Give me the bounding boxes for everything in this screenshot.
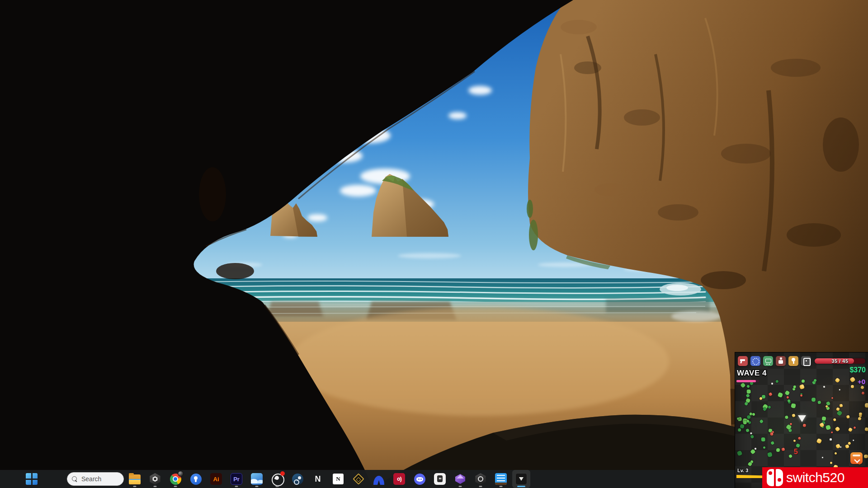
illustrator-icon[interactable]: Ai <box>207 470 225 488</box>
money-counter: $370 <box>849 366 866 374</box>
green-enemy <box>818 401 821 404</box>
running-indicator <box>174 486 177 487</box>
running-indicator <box>133 486 137 487</box>
red-enemy <box>853 426 856 429</box>
notification-badge <box>280 471 285 476</box>
gold-enemy <box>830 461 833 465</box>
white-enemy <box>839 389 840 390</box>
gold-enemy <box>816 438 822 444</box>
gold-enemy <box>858 417 862 420</box>
character-button[interactable] <box>776 356 786 366</box>
green-enemy <box>775 380 779 383</box>
gold-enemy <box>835 426 841 432</box>
white-enemy <box>755 448 756 450</box>
chest-drop-button[interactable] <box>850 452 863 464</box>
pinned-apps: AiPrNNo) <box>126 470 530 488</box>
game-window-icon[interactable] <box>512 470 530 488</box>
running-indicator <box>479 486 482 487</box>
premiere-icon: Pr <box>231 473 242 485</box>
search-box[interactable]: Search <box>67 472 124 486</box>
red-enemy <box>781 447 785 451</box>
wave-progress-fill <box>736 380 756 382</box>
switch-joycon-icon <box>767 469 783 486</box>
steam-icon[interactable] <box>288 470 307 488</box>
gold-enemy <box>793 440 796 442</box>
white-enemy <box>822 456 823 458</box>
red-enemy <box>797 436 801 440</box>
nordvpn-icon[interactable] <box>370 470 388 488</box>
red-enemy <box>770 432 774 436</box>
green-enemy <box>822 417 826 421</box>
lamp-button[interactable] <box>788 356 798 366</box>
gold-diamond-app-icon <box>353 473 364 484</box>
gold-enemy <box>848 427 853 432</box>
gold-enemy <box>835 377 840 383</box>
green-enemy <box>788 454 793 459</box>
game-window-icon <box>515 473 527 485</box>
gold-enemy <box>865 403 868 408</box>
file-explorer-icon[interactable] <box>126 470 144 488</box>
green-enemy <box>793 385 796 388</box>
notes-app-icon[interactable] <box>492 470 510 488</box>
green-enemy <box>750 435 755 439</box>
illustrator-icon: Ai <box>210 473 222 485</box>
keep-notes-icon[interactable] <box>187 470 205 488</box>
red-music-app-icon[interactable]: o) <box>390 470 408 488</box>
watermark-text: switch520 <box>786 470 844 485</box>
weapon-button[interactable] <box>738 356 748 366</box>
gold-enemy <box>792 413 796 418</box>
obs-studio-icon[interactable] <box>268 470 286 488</box>
green-enemy <box>760 419 764 423</box>
game-window[interactable]: 5 35 / 45 $370 +0 WAVE 4 Lv. 3 switch520 <box>735 352 868 488</box>
green-enemy <box>836 410 843 416</box>
level-label: Lv. 3 <box>737 468 748 473</box>
damage-number: 5 <box>794 448 798 456</box>
gold-enemy <box>839 404 843 407</box>
discord-icon <box>414 474 425 485</box>
green-enemy <box>736 450 742 456</box>
premiere-icon[interactable]: Pr <box>227 470 245 488</box>
hexagon-app-icon <box>475 473 486 485</box>
robot-button[interactable] <box>801 356 811 366</box>
discord-icon[interactable] <box>410 470 429 488</box>
green-enemy <box>784 415 788 419</box>
photos-icon[interactable] <box>248 470 266 488</box>
notion-icon[interactable]: N <box>329 470 347 488</box>
unity-hub-icon[interactable] <box>146 470 164 488</box>
green-enemy <box>778 392 783 398</box>
gold-enemy <box>849 376 856 383</box>
notes-app-icon <box>495 473 507 485</box>
start-button[interactable] <box>23 470 41 488</box>
chrome-icon[interactable] <box>166 470 184 488</box>
green-enemy <box>745 393 750 397</box>
search-icon <box>72 476 78 482</box>
green-enemy <box>768 405 771 408</box>
gold-enemy <box>846 415 850 419</box>
running-indicator <box>154 486 157 487</box>
health-bar: 35 / 45 <box>815 358 865 364</box>
profile-avatar-badge <box>178 471 184 477</box>
upgrades-button[interactable] <box>750 356 760 366</box>
hexagon-app-icon[interactable] <box>472 470 490 488</box>
running-indicator <box>500 486 503 487</box>
green-enemy <box>811 398 816 402</box>
notion-calendar-icon[interactable]: N <box>309 470 327 488</box>
gold-diamond-app-icon[interactable] <box>349 470 368 488</box>
white-utility-app-icon <box>434 473 446 485</box>
white-enemy <box>840 446 842 449</box>
white-enemy <box>852 440 854 441</box>
green-enemy <box>795 443 800 448</box>
green-enemy <box>770 441 775 445</box>
green-enemy <box>801 379 804 382</box>
shop-button[interactable] <box>763 356 773 366</box>
green-enemy <box>761 437 765 441</box>
white-utility-app-icon[interactable] <box>431 470 449 488</box>
purple-box-app-icon[interactable] <box>451 470 469 488</box>
white-enemy <box>830 438 831 440</box>
green-enemy <box>743 421 747 424</box>
gold-enemy <box>864 427 868 431</box>
red-enemy <box>768 392 772 396</box>
gold-enemy <box>844 444 849 449</box>
green-enemy <box>776 448 780 452</box>
file-explorer-icon <box>129 474 141 484</box>
